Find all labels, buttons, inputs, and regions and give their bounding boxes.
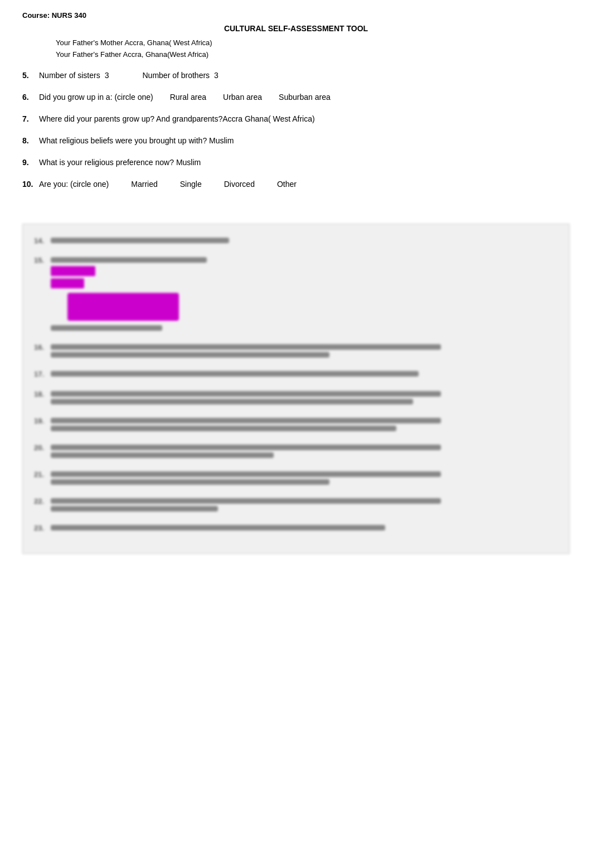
question-10-text: Are you: (circle one) Married Single Div…: [39, 179, 570, 190]
question-10-prompt: Are you: (circle one): [39, 179, 109, 190]
q6-option-urban: Urban area: [223, 91, 262, 103]
question-9-text: What is your religious preference now? M…: [39, 157, 570, 168]
question-5-row: 5. Number of sisters 3 Number of brother…: [22, 70, 570, 81]
blurred-q17: 17.: [34, 369, 558, 380]
sisters-label: Number of sisters: [39, 70, 100, 81]
question-6-text: Did you grow up in a: (circle one) Rural…: [39, 91, 570, 103]
question-6-row: 6. Did you grow up in a: (circle one) Ru…: [22, 91, 570, 103]
blurred-q14: 14.: [34, 235, 558, 247]
blurred-q18: 18.: [34, 389, 558, 407]
q10-option-other: Other: [277, 179, 297, 190]
page-title: CULTURAL SELF-ASSESSMENT TOOL: [22, 24, 570, 33]
q6-option-suburban: Suburban area: [279, 91, 331, 103]
brothers-part: Number of brothers 3: [143, 70, 219, 81]
subtitle-line-2: Your Father's Father Accra, Ghana(West A…: [56, 49, 570, 61]
subtitle-line-1: Your Father's Mother Accra, Ghana( West …: [56, 37, 570, 49]
question-6-num: 6.: [22, 91, 39, 103]
question-6-prompt: Did you grow up in a: (circle one): [39, 91, 153, 103]
sisters-part: Number of sisters 3: [39, 70, 109, 81]
blurred-q19: 19.: [34, 416, 558, 433]
question-5-num: 5.: [22, 70, 39, 81]
blurred-q16: 16.: [34, 342, 558, 360]
blurred-q23: 23.: [34, 523, 558, 534]
question-9-num: 9.: [22, 157, 39, 168]
question-5-text: Number of sisters 3 Number of brothers 3: [39, 70, 570, 81]
question-7-num: 7.: [22, 113, 39, 125]
question-8-text: What religious beliefs were you brought …: [39, 135, 570, 147]
q6-option-rural: Rural area: [170, 91, 206, 103]
subtitle-section: Your Father's Mother Accra, Ghana( West …: [56, 37, 570, 61]
question-7-text: Where did your parents grow up? And gran…: [39, 113, 570, 125]
brothers-value: 3: [214, 70, 219, 81]
question-10-row: 10. Are you: (circle one) Married Single…: [22, 179, 570, 190]
q10-option-divorced: Divorced: [224, 179, 255, 190]
blurred-q21: 21.: [34, 469, 558, 487]
purple-highlight-block: [67, 293, 179, 321]
sisters-brothers-section: Number of sisters 3 Number of brothers 3: [39, 70, 570, 81]
course-header: Course: NURS 340: [22, 11, 570, 20]
q10-option-single: Single: [180, 179, 202, 190]
blurred-q15: 15.: [34, 255, 558, 333]
question-7-row: 7. Where did your parents grow up? And g…: [22, 113, 570, 125]
blurred-q22: 22.: [34, 496, 558, 514]
purple-highlight-small-2: [51, 278, 84, 288]
q10-option-married: Married: [131, 179, 157, 190]
brothers-label: Number of brothers: [143, 70, 210, 81]
question-9-row: 9. What is your religious preference now…: [22, 157, 570, 168]
question-8-row: 8. What religious beliefs were you broug…: [22, 135, 570, 147]
sisters-value: 3: [105, 70, 109, 81]
question-8-num: 8.: [22, 135, 39, 147]
blurred-section: 14. 15. 16. 17. 18.: [22, 224, 570, 554]
question-10-num: 10.: [22, 179, 39, 190]
blurred-q20: 20.: [34, 442, 558, 460]
purple-highlight-small: [51, 266, 95, 276]
